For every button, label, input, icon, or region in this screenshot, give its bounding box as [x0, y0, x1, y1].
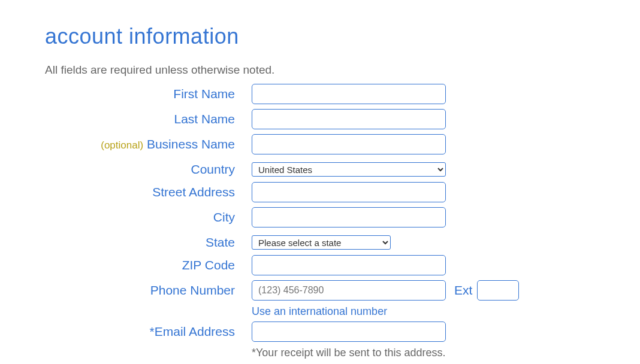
state-select[interactable]: Please select a state	[252, 235, 391, 250]
email-input[interactable]	[252, 321, 446, 342]
business-name-label: (optional) Business Name	[45, 136, 252, 151]
business-name-input[interactable]	[252, 134, 446, 154]
city-input[interactable]	[252, 207, 446, 228]
first-name-label: First Name	[45, 86, 252, 101]
last-name-label: Last Name	[45, 111, 252, 126]
intl-number-link[interactable]: Use an international number	[252, 305, 387, 318]
optional-prefix: (optional)	[101, 139, 143, 151]
email-label-text: Email Address	[155, 324, 235, 338]
ext-input[interactable]	[477, 280, 519, 301]
email-label: *Email Address	[45, 324, 252, 339]
last-name-input[interactable]	[252, 109, 446, 129]
phone-input[interactable]	[252, 280, 446, 301]
email-asterisk: *	[150, 324, 155, 338]
email-helper-note: *Your receipt will be sent to this addre…	[252, 347, 446, 359]
page-title: account information	[45, 24, 640, 49]
ext-label: Ext	[454, 283, 472, 298]
street-address-label: Street Address	[45, 184, 252, 199]
zip-label: ZIP Code	[45, 257, 252, 272]
phone-label: Phone Number	[45, 283, 252, 298]
state-label: State	[45, 235, 252, 250]
street-address-input[interactable]	[252, 182, 446, 202]
first-name-input[interactable]	[252, 84, 446, 104]
country-select[interactable]: United States	[252, 162, 446, 177]
business-name-label-text: Business Name	[147, 137, 235, 151]
zip-input[interactable]	[252, 255, 446, 275]
required-note: All fields are required unless otherwise…	[45, 63, 640, 77]
country-label: Country	[45, 162, 252, 177]
city-label: City	[45, 210, 252, 225]
